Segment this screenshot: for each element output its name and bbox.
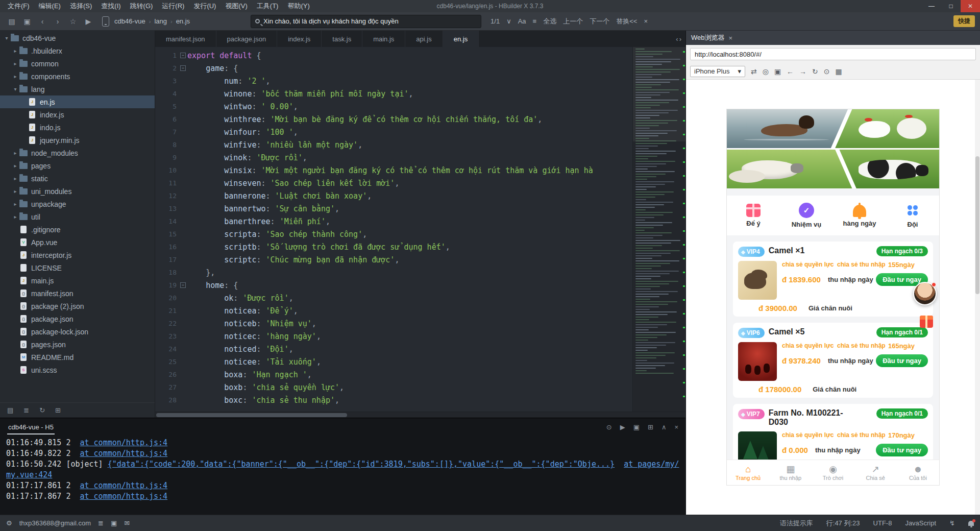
rotate-icon[interactable]: ⇄ — [751, 67, 757, 76]
nav-item-me[interactable]: ☻Của tôi — [897, 460, 939, 485]
list-icon[interactable]: ≣ — [98, 519, 104, 527]
console-source-link[interactable]: at common/http.js:4 — [80, 449, 168, 458]
console-source-link[interactable]: at common/http.js:4 — [80, 481, 168, 490]
tree-item-jquery-min-js[interactable]: Jjquery.min.js — [0, 134, 155, 147]
code-line[interactable]: 27 boxb: 'chia sẻ quyền lực', — [155, 381, 632, 394]
tab-scroll-left-icon[interactable]: ‹ — [676, 35, 678, 43]
qr-icon[interactable]: ▦ — [836, 67, 842, 76]
code-line[interactable]: 17 scriptc: 'Chúc mừng bạn đã nhận được'… — [155, 253, 632, 266]
next-match-button[interactable]: 下一个 — [590, 17, 609, 26]
code-line[interactable]: 23 noticec: 'hàng ngày', — [155, 330, 632, 343]
code-line[interactable]: 4 winone: 'bốc thăm miễn phí mỗi ngày tạ… — [155, 87, 632, 100]
mail-icon[interactable]: ✉ — [124, 519, 130, 527]
editor-tab-task-js[interactable]: task.js — [322, 31, 362, 47]
tree-item-lang[interactable]: ▾lang — [0, 83, 155, 95]
tree-item-index-js[interactable]: Jindex.js — [0, 108, 155, 121]
minimap[interactable] — [632, 47, 685, 412]
quick-item-team[interactable]: Đội — [886, 203, 939, 228]
flash-icon[interactable]: ↯ — [949, 519, 955, 527]
new-file-icon[interactable]: ▤ — [5, 15, 18, 28]
nav-item-home[interactable]: ⌂Trang chủ — [727, 460, 769, 485]
menu-item[interactable]: 运行(R) — [157, 0, 189, 12]
tree-item-uni-modules[interactable]: ▸uni_modules — [0, 185, 155, 198]
match-case-button[interactable]: Aa — [518, 17, 526, 25]
tree-item-manifest-json[interactable]: {}manifest.json — [0, 287, 155, 300]
menu-item[interactable]: 跳转(G) — [126, 0, 158, 12]
fold-marker-icon[interactable]: − — [179, 65, 187, 71]
info-icon[interactable]: ⊙ — [606, 423, 612, 431]
statusbar-item-0[interactable]: 语法提示库 — [780, 519, 813, 528]
console-object-link[interactable]: {"data":{"code":200,"data":{"banner":{"_… — [108, 460, 615, 469]
tree-item--gitignore[interactable]: .gitignore — [0, 223, 155, 236]
scrollbar-thumb[interactable] — [156, 413, 347, 417]
tree-item-en-js[interactable]: Jen.js — [0, 95, 155, 108]
editor-tab-en-js[interactable]: en.js — [443, 31, 479, 47]
quick-item-gift[interactable]: Để ý — [727, 204, 780, 227]
browser-close-icon[interactable]: × — [729, 34, 733, 42]
console-tab[interactable]: cdb46-vue - H5 — [7, 420, 55, 435]
menu-item[interactable]: 文件(F) — [3, 0, 34, 12]
code-line[interactable]: 25 noticee: 'Tải xuống', — [155, 355, 632, 368]
nav-item-calendar[interactable]: ▦thu nhập — [769, 460, 812, 485]
project-icon[interactable]: ▤ — [7, 406, 13, 414]
grid-icon[interactable]: ⊞ — [648, 423, 653, 431]
prev-match-button[interactable]: 上一个 — [563, 17, 583, 26]
code-pane[interactable]: 1−export default {2− game: {3 num: '2 ',… — [155, 47, 632, 412]
lock-icon[interactable]: ⊙ — [824, 67, 830, 76]
nav-forward-icon[interactable]: › — [51, 15, 64, 28]
quick-item-task[interactable]: Nhiệm vụ — [780, 203, 833, 228]
breadcrumb-item[interactable]: lang — [154, 17, 167, 25]
code-line[interactable]: 1−export default { — [155, 49, 632, 62]
capture-icon[interactable]: ▣ — [774, 67, 781, 76]
browser-tab[interactable]: Web浏览器 — [691, 33, 725, 42]
tree-item-util[interactable]: ▸util — [0, 210, 155, 223]
code-line[interactable]: 10 winsix: 'Mời một người bạn đăng ký có… — [155, 164, 632, 177]
select-all-button[interactable]: 全选 — [543, 17, 556, 26]
tree-item-license[interactable]: LICENSE — [0, 261, 155, 274]
invest-button[interactable]: Đầu tư ngay — [876, 354, 928, 367]
collapse-icon[interactable]: ∧ — [662, 423, 667, 431]
code-line[interactable]: 22 noticeb: 'Nhiệm vụ', — [155, 317, 632, 330]
code-line[interactable]: 3 num: '2 ', — [155, 75, 632, 87]
menu-item[interactable]: 选择(S) — [65, 0, 96, 12]
device-select[interactable]: iPhone Plus ▾ — [690, 66, 745, 77]
code-line[interactable]: 2− game: { — [155, 62, 632, 75]
code-line[interactable]: 26 boxa: 'Hạn ngạch ', — [155, 368, 632, 381]
code-line[interactable]: 18 }, — [155, 266, 632, 279]
account-email[interactable]: thxp363688@gmail.com — [19, 519, 91, 527]
invest-button[interactable]: Đầu tư ngay — [876, 444, 928, 456]
back-icon[interactable]: ← — [787, 67, 794, 76]
statusbar-item-1[interactable]: 行:47 列:23 — [826, 519, 860, 528]
editor-tab-package-json[interactable]: package.json — [216, 31, 278, 47]
bell-icon[interactable] — [968, 521, 974, 526]
favorite-icon[interactable]: ☆ — [66, 15, 80, 28]
minimize-button[interactable]: — — [922, 0, 941, 12]
customer-service-avatar[interactable] — [913, 282, 937, 305]
gift-float-icon[interactable] — [920, 316, 933, 328]
editor-tab-api-js[interactable]: api.js — [405, 31, 443, 47]
replace-toggle-button[interactable]: 替换<< — [616, 17, 637, 26]
console-source-link[interactable]: at common/http.js:4 — [80, 438, 168, 447]
quick-badge[interactable]: 快捷 — [953, 15, 975, 27]
tree-item-common[interactable]: ▸common — [0, 57, 155, 70]
run-icon[interactable]: ▶ — [620, 423, 625, 431]
code-line[interactable]: 9 winok: 'Được rồi', — [155, 151, 632, 164]
nav-item-game[interactable]: ◉Trò chơi — [812, 460, 854, 485]
code-line[interactable]: 28 boxc: 'chia sẻ thu nhập', — [155, 394, 632, 406]
tree-item-app-vue[interactable]: VApp.vue — [0, 236, 155, 249]
forward-icon[interactable]: → — [799, 67, 806, 76]
outline-icon[interactable]: ≣ — [23, 406, 29, 414]
tree-root[interactable]: ▾cdb46-vue — [0, 32, 155, 44]
save-icon[interactable]: ▣ — [20, 15, 34, 28]
breadcrumb-item[interactable]: cdb46-vue — [114, 17, 145, 25]
menu-item[interactable]: 查找(I) — [96, 0, 125, 12]
emulator-icon[interactable]: ◎ — [763, 67, 769, 76]
tree-item-static[interactable]: ▸static — [0, 172, 155, 185]
tree-item-package-json[interactable]: {}package.json — [0, 312, 155, 325]
breadcrumb-item[interactable]: en.js — [176, 17, 190, 25]
tree-item-unpackage[interactable]: ▸unpackage — [0, 198, 155, 210]
tree-item-uni-scss[interactable]: Suni.scss — [0, 364, 155, 376]
tree-item-indo-js[interactable]: Jindo.js — [0, 121, 155, 134]
package-icon[interactable]: ⊞ — [55, 406, 61, 414]
code-line[interactable]: 6 winthree: 'Mời bạn bè đăng ký để có th… — [155, 113, 632, 126]
